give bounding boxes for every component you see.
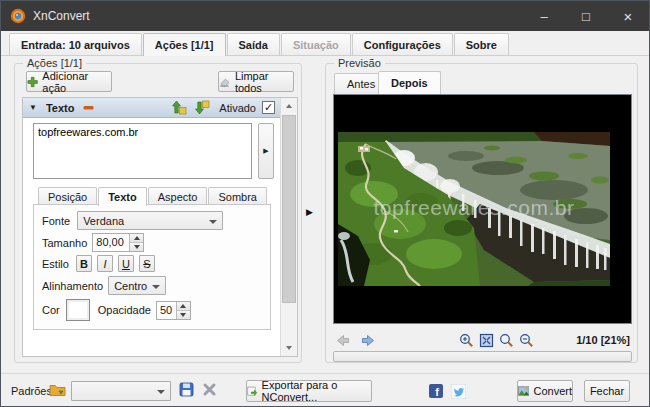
minimize-button[interactable]: –: [523, 1, 565, 31]
tab-texto[interactable]: Texto: [98, 187, 147, 206]
move-up-icon[interactable]: [172, 100, 187, 115]
fit-window-button[interactable]: [476, 332, 496, 348]
tab-posicao[interactable]: Posição: [38, 187, 97, 205]
delete-preset-button[interactable]: [202, 382, 217, 399]
expand-text-button[interactable]: ▶: [258, 123, 274, 179]
twitter-button[interactable]: [450, 383, 466, 399]
size-down-icon[interactable]: [130, 243, 143, 251]
arrow-left-icon: [336, 334, 350, 347]
align-select[interactable]: Centro: [108, 276, 166, 295]
tab-configuracoes[interactable]: Configurações: [352, 33, 453, 55]
action-item-header[interactable]: ▼ Texto Ativado ✓: [23, 98, 280, 118]
preview-group: Previsão Antes Depois: [325, 63, 638, 363]
actions-group: Ações [1/1] Adicionar ação Limpar todos …: [14, 63, 302, 363]
tab-entrada[interactable]: Entrada: 10 arquivos: [9, 33, 142, 55]
tab-depois[interactable]: Depois: [378, 71, 441, 94]
enabled-checkbox[interactable]: ✓: [262, 101, 275, 114]
action-title: Texto: [46, 102, 75, 114]
save-preset-button[interactable]: [179, 382, 194, 399]
splitter-expand-icon[interactable]: ▶: [306, 207, 313, 217]
next-image-button[interactable]: [358, 332, 378, 348]
underline-button[interactable]: U: [118, 255, 134, 272]
window-title: XnConvert: [33, 9, 90, 23]
watermark-overlay: topfreewares.com.br: [338, 196, 610, 220]
opacity-up-icon[interactable]: [177, 302, 190, 311]
move-down-icon[interactable]: [195, 100, 210, 115]
presets-select[interactable]: [71, 381, 171, 401]
align-label: Alinhamento: [42, 280, 103, 292]
twitter-icon: [451, 384, 466, 399]
fechar-button[interactable]: Fechar: [584, 380, 630, 402]
scroll-up-icon[interactable]: [281, 98, 297, 114]
bold-button[interactable]: B: [76, 255, 92, 272]
export-nconvert-label: Exportar para o NConvert...: [262, 379, 371, 403]
zoom-custom-button[interactable]: [496, 332, 516, 348]
style-label: Estilo: [42, 258, 69, 270]
presets-folder-button[interactable]: [49, 382, 66, 399]
color-swatch[interactable]: [66, 299, 90, 321]
folder-icon: [49, 382, 66, 397]
window-titlebar: XnConvert – □ ×: [1, 1, 649, 31]
svg-text:f: f: [435, 386, 439, 398]
watermark-text-input[interactable]: topfreewares.com.br: [33, 123, 252, 179]
zoom-in-icon: [459, 333, 474, 348]
fechar-label: Fechar: [590, 385, 624, 397]
preview-toolbar: 1/10 [21%]: [333, 331, 630, 349]
page-indicator: 1/10 [21%]: [576, 334, 630, 346]
tab-saida[interactable]: Saída: [227, 33, 280, 55]
facebook-icon: f: [429, 384, 443, 398]
strikethrough-button[interactable]: S: [139, 255, 155, 272]
font-select[interactable]: Verdana: [77, 211, 223, 230]
add-action-button[interactable]: Adicionar ação: [26, 71, 112, 92]
size-stepper[interactable]: 80,00: [92, 233, 144, 252]
convert-button[interactable]: Convert: [517, 380, 573, 402]
zoom-out-button[interactable]: [516, 332, 536, 348]
size-label: Tamanho: [42, 237, 87, 249]
opacity-value: 50: [157, 302, 176, 319]
tab-aspecto[interactable]: Aspecto: [148, 187, 208, 205]
opacity-down-icon[interactable]: [177, 311, 190, 319]
prev-image-button: [333, 332, 353, 348]
font-value: Verdana: [83, 215, 124, 227]
floppy-icon: [179, 382, 194, 397]
convert-label: Convert: [533, 385, 572, 397]
progress-bar: [333, 351, 632, 362]
action-list: ▼ Texto Ativado ✓ topfreewares.com.br: [22, 97, 298, 357]
align-value: Centro: [114, 280, 147, 292]
dropdown-arrow-icon: [157, 390, 165, 394]
magnifier-icon: [499, 333, 514, 348]
clear-all-button[interactable]: Limpar todos: [218, 71, 294, 92]
main-tab-bar: Entrada: 10 arquivos Ações [1/1] Saída S…: [1, 33, 649, 56]
preview-group-title: Previsão: [334, 57, 385, 69]
export-nconvert-button[interactable]: Exportar para o NConvert...: [246, 380, 372, 402]
bottom-bar: Padrões:: [1, 373, 649, 406]
app-icon: [10, 8, 26, 24]
dropdown-arrow-icon: [209, 220, 217, 224]
italic-button[interactable]: I: [97, 255, 113, 272]
tab-situacao: Situação: [281, 33, 351, 55]
preview-image-frame: topfreewares.com.br: [333, 94, 632, 324]
opacity-stepper[interactable]: 50: [156, 301, 191, 320]
close-button[interactable]: ×: [607, 1, 649, 31]
scroll-thumb[interactable]: [282, 115, 296, 303]
tab-acoes[interactable]: Ações [1/1]: [143, 33, 226, 56]
opacity-label: Opacidade: [98, 304, 151, 316]
action-subtabs: Posição Texto Aspecto Sombra: [38, 186, 268, 205]
fit-window-icon: [479, 333, 494, 348]
arrow-right-icon: [361, 334, 375, 347]
vertical-scrollbar[interactable]: [280, 98, 297, 356]
add-plus-icon: [27, 76, 38, 88]
convert-icon: [518, 385, 529, 397]
tab-sobre[interactable]: Sobre: [454, 33, 509, 55]
maximize-button[interactable]: □: [565, 1, 607, 31]
scroll-down-icon[interactable]: [281, 340, 297, 356]
remove-action-icon[interactable]: [83, 105, 94, 111]
facebook-button[interactable]: f: [428, 383, 444, 399]
export-icon: [247, 385, 258, 398]
collapse-icon[interactable]: ▼: [29, 103, 37, 112]
tab-sombra[interactable]: Sombra: [208, 187, 267, 205]
dropdown-arrow-icon: [152, 285, 160, 289]
texto-tab-pane: Fonte Verdana Tamanho 80,00 Estilo B: [33, 204, 271, 330]
zoom-in-button[interactable]: [456, 332, 476, 348]
size-up-icon[interactable]: [130, 234, 143, 243]
